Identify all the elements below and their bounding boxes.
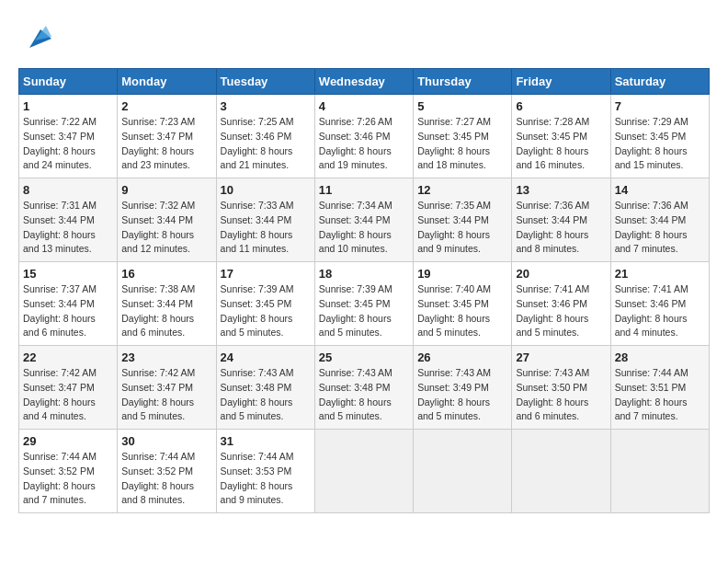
day-number: 24 xyxy=(221,350,311,364)
calendar-cell xyxy=(610,430,709,513)
day-info: Sunrise: 7:22 AMSunset: 3:47 PMDaylight:… xyxy=(23,115,113,173)
day-number: 5 xyxy=(417,99,507,113)
day-number: 7 xyxy=(615,99,705,113)
day-info: Sunrise: 7:43 AMSunset: 3:49 PMDaylight:… xyxy=(417,366,507,424)
day-info: Sunrise: 7:36 AMSunset: 3:44 PMDaylight:… xyxy=(516,199,606,257)
day-number: 14 xyxy=(615,183,705,197)
day-number: 25 xyxy=(319,350,409,364)
calendar-cell: 6Sunrise: 7:28 AMSunset: 3:45 PMDaylight… xyxy=(512,95,610,178)
calendar-week-row: 8Sunrise: 7:31 AMSunset: 3:44 PMDaylight… xyxy=(19,178,710,262)
day-info: Sunrise: 7:41 AMSunset: 3:46 PMDaylight:… xyxy=(615,282,705,340)
day-number: 18 xyxy=(319,267,409,281)
calendar-cell: 19Sunrise: 7:40 AMSunset: 3:45 PMDayligh… xyxy=(414,262,512,346)
day-number: 3 xyxy=(221,99,311,113)
day-info: Sunrise: 7:42 AMSunset: 3:47 PMDaylight:… xyxy=(121,366,211,424)
day-number: 6 xyxy=(516,99,606,113)
day-info: Sunrise: 7:43 AMSunset: 3:48 PMDaylight:… xyxy=(221,366,311,424)
calendar-week-row: 15Sunrise: 7:37 AMSunset: 3:44 PMDayligh… xyxy=(19,262,710,346)
calendar-cell: 30Sunrise: 7:44 AMSunset: 3:52 PMDayligh… xyxy=(118,430,216,513)
day-info: Sunrise: 7:39 AMSunset: 3:45 PMDaylight:… xyxy=(319,282,409,340)
calendar-cell: 1Sunrise: 7:22 AMSunset: 3:47 PMDaylight… xyxy=(19,95,118,178)
calendar-cell: 28Sunrise: 7:44 AMSunset: 3:51 PMDayligh… xyxy=(610,346,709,430)
calendar-cell xyxy=(314,430,413,513)
day-number: 11 xyxy=(319,183,409,197)
calendar-day-header: Friday xyxy=(512,69,610,95)
calendar-day-header: Sunday xyxy=(19,69,118,95)
day-info: Sunrise: 7:44 AMSunset: 3:52 PMDaylight:… xyxy=(23,450,113,508)
day-number: 12 xyxy=(417,183,507,197)
calendar-cell: 11Sunrise: 7:34 AMSunset: 3:44 PMDayligh… xyxy=(314,178,413,262)
calendar-cell: 20Sunrise: 7:41 AMSunset: 3:46 PMDayligh… xyxy=(512,262,610,346)
calendar-day-header: Tuesday xyxy=(216,69,314,95)
day-number: 4 xyxy=(319,99,409,113)
day-number: 23 xyxy=(121,350,211,364)
calendar-day-header: Monday xyxy=(118,69,216,95)
calendar-cell: 26Sunrise: 7:43 AMSunset: 3:49 PMDayligh… xyxy=(414,346,512,430)
calendar-cell: 8Sunrise: 7:31 AMSunset: 3:44 PMDaylight… xyxy=(19,178,118,262)
day-number: 31 xyxy=(221,434,311,448)
day-number: 9 xyxy=(121,183,211,197)
calendar-cell xyxy=(512,430,610,513)
calendar-cell: 27Sunrise: 7:43 AMSunset: 3:50 PMDayligh… xyxy=(512,346,610,430)
day-info: Sunrise: 7:44 AMSunset: 3:51 PMDaylight:… xyxy=(615,366,705,424)
logo-bird-icon xyxy=(22,22,51,55)
day-info: Sunrise: 7:36 AMSunset: 3:44 PMDaylight:… xyxy=(615,199,705,257)
day-info: Sunrise: 7:41 AMSunset: 3:46 PMDaylight:… xyxy=(516,282,606,340)
day-info: Sunrise: 7:44 AMSunset: 3:53 PMDaylight:… xyxy=(221,450,311,508)
calendar-week-row: 22Sunrise: 7:42 AMSunset: 3:47 PMDayligh… xyxy=(19,346,710,430)
header xyxy=(18,18,710,55)
calendar-table: SundayMondayTuesdayWednesdayThursdayFrid… xyxy=(18,68,710,513)
day-number: 17 xyxy=(221,267,311,281)
calendar-week-row: 29Sunrise: 7:44 AMSunset: 3:52 PMDayligh… xyxy=(19,430,710,513)
day-info: Sunrise: 7:33 AMSunset: 3:44 PMDaylight:… xyxy=(221,199,311,257)
day-number: 2 xyxy=(121,99,211,113)
logo xyxy=(18,18,51,55)
day-info: Sunrise: 7:37 AMSunset: 3:44 PMDaylight:… xyxy=(23,282,113,340)
page: SundayMondayTuesdayWednesdayThursdayFrid… xyxy=(0,0,728,527)
day-info: Sunrise: 7:39 AMSunset: 3:45 PMDaylight:… xyxy=(221,282,311,340)
calendar-cell: 24Sunrise: 7:43 AMSunset: 3:48 PMDayligh… xyxy=(216,346,314,430)
calendar-cell: 9Sunrise: 7:32 AMSunset: 3:44 PMDaylight… xyxy=(118,178,216,262)
day-number: 16 xyxy=(121,267,211,281)
day-number: 8 xyxy=(23,183,113,197)
day-info: Sunrise: 7:31 AMSunset: 3:44 PMDaylight:… xyxy=(23,199,113,257)
day-number: 30 xyxy=(121,434,211,448)
day-number: 10 xyxy=(221,183,311,197)
day-info: Sunrise: 7:43 AMSunset: 3:48 PMDaylight:… xyxy=(319,366,409,424)
calendar-cell: 5Sunrise: 7:27 AMSunset: 3:45 PMDaylight… xyxy=(414,95,512,178)
day-info: Sunrise: 7:40 AMSunset: 3:45 PMDaylight:… xyxy=(417,282,507,340)
day-number: 26 xyxy=(417,350,507,364)
day-number: 21 xyxy=(615,267,705,281)
day-number: 19 xyxy=(417,267,507,281)
day-info: Sunrise: 7:35 AMSunset: 3:44 PMDaylight:… xyxy=(417,199,507,257)
day-info: Sunrise: 7:27 AMSunset: 3:45 PMDaylight:… xyxy=(417,115,507,173)
day-number: 22 xyxy=(23,350,113,364)
calendar-cell: 4Sunrise: 7:26 AMSunset: 3:46 PMDaylight… xyxy=(314,95,413,178)
calendar-cell: 21Sunrise: 7:41 AMSunset: 3:46 PMDayligh… xyxy=(610,262,709,346)
calendar-cell: 22Sunrise: 7:42 AMSunset: 3:47 PMDayligh… xyxy=(19,346,118,430)
day-number: 20 xyxy=(516,267,606,281)
day-number: 28 xyxy=(615,350,705,364)
calendar-day-header: Thursday xyxy=(414,69,512,95)
calendar-cell: 18Sunrise: 7:39 AMSunset: 3:45 PMDayligh… xyxy=(314,262,413,346)
calendar-day-header: Wednesday xyxy=(314,69,413,95)
calendar-cell: 15Sunrise: 7:37 AMSunset: 3:44 PMDayligh… xyxy=(19,262,118,346)
calendar-cell: 29Sunrise: 7:44 AMSunset: 3:52 PMDayligh… xyxy=(19,430,118,513)
day-number: 13 xyxy=(516,183,606,197)
day-number: 29 xyxy=(23,434,113,448)
day-info: Sunrise: 7:44 AMSunset: 3:52 PMDaylight:… xyxy=(121,450,211,508)
calendar-cell: 14Sunrise: 7:36 AMSunset: 3:44 PMDayligh… xyxy=(610,178,709,262)
day-info: Sunrise: 7:29 AMSunset: 3:45 PMDaylight:… xyxy=(615,115,705,173)
calendar-cell: 13Sunrise: 7:36 AMSunset: 3:44 PMDayligh… xyxy=(512,178,610,262)
day-info: Sunrise: 7:25 AMSunset: 3:46 PMDaylight:… xyxy=(221,115,311,173)
day-info: Sunrise: 7:42 AMSunset: 3:47 PMDaylight:… xyxy=(23,366,113,424)
calendar-cell: 2Sunrise: 7:23 AMSunset: 3:47 PMDaylight… xyxy=(118,95,216,178)
calendar-cell: 7Sunrise: 7:29 AMSunset: 3:45 PMDaylight… xyxy=(610,95,709,178)
day-info: Sunrise: 7:43 AMSunset: 3:50 PMDaylight:… xyxy=(516,366,606,424)
calendar-cell xyxy=(414,430,512,513)
day-info: Sunrise: 7:23 AMSunset: 3:47 PMDaylight:… xyxy=(121,115,211,173)
calendar-cell: 17Sunrise: 7:39 AMSunset: 3:45 PMDayligh… xyxy=(216,262,314,346)
day-info: Sunrise: 7:34 AMSunset: 3:44 PMDaylight:… xyxy=(319,199,409,257)
calendar-week-row: 1Sunrise: 7:22 AMSunset: 3:47 PMDaylight… xyxy=(19,95,710,178)
calendar-cell: 12Sunrise: 7:35 AMSunset: 3:44 PMDayligh… xyxy=(414,178,512,262)
